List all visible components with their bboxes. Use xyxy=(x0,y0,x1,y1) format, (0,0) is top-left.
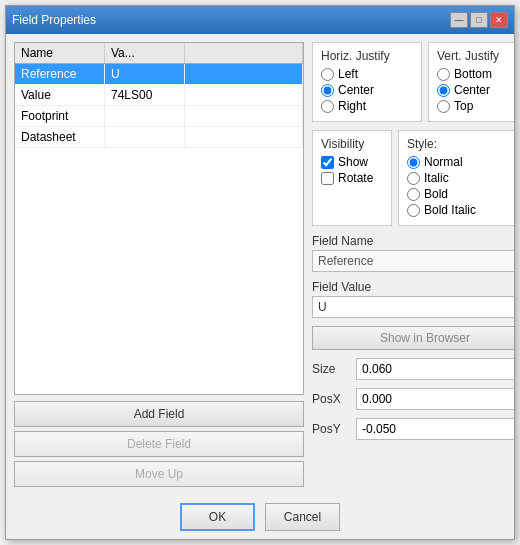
vert-justify-group: Vert. Justify Bottom Center Top xyxy=(428,42,514,122)
vert-bottom-option[interactable]: Bottom xyxy=(437,67,514,81)
posy-input[interactable] xyxy=(356,418,514,440)
col-header-value: Va... xyxy=(105,43,185,63)
show-in-browser-button[interactable]: Show in Browser xyxy=(312,326,514,350)
field-name-section: Field Name xyxy=(312,234,514,272)
cell-name: Footprint xyxy=(15,106,105,126)
field-value-input[interactable] xyxy=(312,296,514,318)
style-bold-italic-option[interactable]: Bold Italic xyxy=(407,203,514,217)
style-label: Style: xyxy=(407,137,514,151)
fields-table: Name Va... Reference U Value 74LS00 Foot… xyxy=(14,42,304,395)
vis-style-row: Visibility Show Rotate Style: Normal xyxy=(312,130,514,226)
posx-input[interactable] xyxy=(356,388,514,410)
minimize-button[interactable]: — xyxy=(450,12,468,28)
visibility-label: Visibility xyxy=(321,137,383,151)
cell-extra xyxy=(185,85,303,105)
table-row[interactable]: Reference U xyxy=(15,64,303,85)
vert-bottom-label: Bottom xyxy=(454,67,492,81)
cell-value xyxy=(105,127,185,147)
size-input[interactable] xyxy=(356,358,514,380)
vert-center-label: Center xyxy=(454,83,490,97)
show-checkbox[interactable] xyxy=(321,156,334,169)
field-properties-window: Field Properties — □ ✕ Name Va... Refere… xyxy=(5,5,515,540)
style-bold-radio[interactable] xyxy=(407,188,420,201)
add-field-button[interactable]: Add Field xyxy=(14,401,304,427)
vert-top-label: Top xyxy=(454,99,473,113)
style-italic-radio[interactable] xyxy=(407,172,420,185)
horiz-center-label: Center xyxy=(338,83,374,97)
rotate-option[interactable]: Rotate xyxy=(321,171,383,185)
style-normal-label: Normal xyxy=(424,155,463,169)
style-italic-label: Italic xyxy=(424,171,449,185)
table-header: Name Va... xyxy=(15,43,303,64)
bottom-bar: OK Cancel xyxy=(6,495,514,539)
col-header-extra xyxy=(185,43,303,63)
left-panel: Name Va... Reference U Value 74LS00 Foot… xyxy=(14,42,304,487)
posy-row: PosY in xyxy=(312,418,514,440)
field-value-label: Field Value xyxy=(312,280,514,294)
maximize-button[interactable]: □ xyxy=(470,12,488,28)
style-bold-option[interactable]: Bold xyxy=(407,187,514,201)
cell-extra xyxy=(185,127,303,147)
vert-justify-label: Vert. Justify xyxy=(437,49,514,63)
vert-bottom-radio[interactable] xyxy=(437,68,450,81)
vert-top-option[interactable]: Top xyxy=(437,99,514,113)
action-buttons: Add Field Delete Field Move Up xyxy=(14,401,304,487)
horiz-left-radio[interactable] xyxy=(321,68,334,81)
style-bold-italic-label: Bold Italic xyxy=(424,203,476,217)
style-bold-italic-radio[interactable] xyxy=(407,204,420,217)
size-label: Size xyxy=(312,362,352,376)
move-up-button[interactable]: Move Up xyxy=(14,461,304,487)
style-normal-radio[interactable] xyxy=(407,156,420,169)
field-value-section: Field Value xyxy=(312,280,514,318)
horiz-center-option[interactable]: Center xyxy=(321,83,413,97)
cell-extra xyxy=(185,64,303,84)
show-label: Show xyxy=(338,155,368,169)
table-row[interactable]: Value 74LS00 xyxy=(15,85,303,106)
cell-name: Reference xyxy=(15,64,105,84)
horiz-center-radio[interactable] xyxy=(321,84,334,97)
table-row[interactable]: Footprint xyxy=(15,106,303,127)
title-bar-controls: — □ ✕ xyxy=(450,12,508,28)
horiz-right-label: Right xyxy=(338,99,366,113)
col-header-name: Name xyxy=(15,43,105,63)
vert-center-option[interactable]: Center xyxy=(437,83,514,97)
style-group: Style: Normal Italic Bold Bold Italic xyxy=(398,130,514,226)
horiz-right-radio[interactable] xyxy=(321,100,334,113)
horiz-justify-label: Horiz. Justify xyxy=(321,49,413,63)
cell-value: U xyxy=(105,64,185,84)
horiz-right-option[interactable]: Right xyxy=(321,99,413,113)
cell-name: Datasheet xyxy=(15,127,105,147)
delete-field-button[interactable]: Delete Field xyxy=(14,431,304,457)
posy-label: PosY xyxy=(312,422,352,436)
vert-top-radio[interactable] xyxy=(437,100,450,113)
posx-label: PosX xyxy=(312,392,352,406)
ok-button[interactable]: OK xyxy=(180,503,255,531)
field-name-input[interactable] xyxy=(312,250,514,272)
cancel-button[interactable]: Cancel xyxy=(265,503,340,531)
table-row[interactable]: Datasheet xyxy=(15,127,303,148)
style-italic-option[interactable]: Italic xyxy=(407,171,514,185)
cell-extra xyxy=(185,106,303,126)
cell-value: 74LS00 xyxy=(105,85,185,105)
horiz-justify-group: Horiz. Justify Left Center Right xyxy=(312,42,422,122)
right-panel: Horiz. Justify Left Center Right Vert. J… xyxy=(312,42,514,487)
main-content: Name Va... Reference U Value 74LS00 Foot… xyxy=(6,34,514,495)
style-normal-option[interactable]: Normal xyxy=(407,155,514,169)
close-button[interactable]: ✕ xyxy=(490,12,508,28)
show-option[interactable]: Show xyxy=(321,155,383,169)
size-row: Size in xyxy=(312,358,514,380)
vert-center-radio[interactable] xyxy=(437,84,450,97)
rotate-checkbox[interactable] xyxy=(321,172,334,185)
cell-value xyxy=(105,106,185,126)
horiz-left-option[interactable]: Left xyxy=(321,67,413,81)
horiz-left-label: Left xyxy=(338,67,358,81)
visibility-group: Visibility Show Rotate xyxy=(312,130,392,226)
window-title: Field Properties xyxy=(12,13,96,27)
field-name-label: Field Name xyxy=(312,234,514,248)
posx-row: PosX in xyxy=(312,388,514,410)
style-bold-label: Bold xyxy=(424,187,448,201)
justify-row: Horiz. Justify Left Center Right Vert. J… xyxy=(312,42,514,122)
cell-name: Value xyxy=(15,85,105,105)
title-bar: Field Properties — □ ✕ xyxy=(6,6,514,34)
rotate-label: Rotate xyxy=(338,171,373,185)
